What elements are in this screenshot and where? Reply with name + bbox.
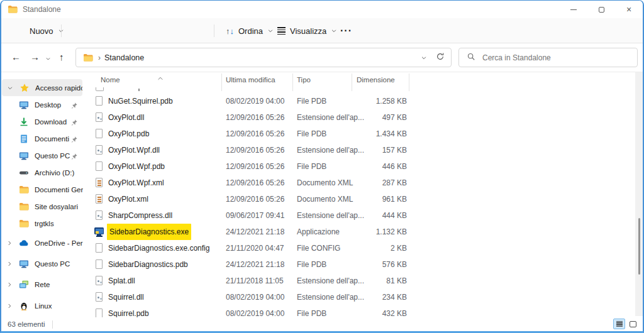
file-row[interactable]: Splat.dll 21/11/2018 11:05 Estensione de…: [83, 273, 635, 289]
sidebar-item-rete[interactable]: Rete: [1, 276, 83, 293]
address-bar[interactable]: › Standalone: [75, 48, 452, 67]
view-button[interactable]: Visualizza: [272, 22, 343, 40]
column-separator[interactable]: [221, 74, 222, 91]
column-header-nome[interactable]: Nome: [101, 76, 120, 84]
refresh-button[interactable]: [436, 52, 445, 63]
back-button[interactable]: ←: [11, 51, 21, 63]
folder-icon: [19, 185, 29, 195]
breadcrumb-segment[interactable]: Standalone: [104, 53, 144, 62]
address-dropdown-button[interactable]: [421, 52, 427, 63]
file-date: 24/12/2021 21:18: [226, 224, 284, 240]
details-view-button[interactable]: [613, 319, 625, 329]
sidebar-item-trgtkls[interactable]: trgtkls: [1, 215, 83, 232]
monitor-icon: [19, 151, 29, 161]
file-name: Squirrel.pdb: [108, 305, 149, 317]
file-date: 12/09/2016 05:26: [226, 126, 284, 142]
pin-icon: [70, 151, 78, 159]
file-row[interactable]: OxyPlot.xml 12/09/2016 05:26 Documento X…: [83, 191, 635, 207]
chevron-right-icon[interactable]: [6, 279, 13, 290]
column-separator[interactable]: [352, 74, 352, 91]
chevron-right-icon[interactable]: [6, 237, 13, 249]
folder-icon: [19, 202, 29, 212]
sidebar-item-questo-pc[interactable]: Questo PC: [1, 255, 83, 272]
file-name: SidebarDiagnostics.pdb: [108, 256, 188, 273]
breadcrumb-chevron-icon[interactable]: ›: [98, 53, 101, 62]
column-header-tipo[interactable]: Tipo: [297, 76, 311, 84]
xml-file-icon: [94, 194, 104, 204]
sidebar-item-documenti[interactable]: Documenti: [1, 130, 83, 147]
maximize-icon: [599, 7, 604, 13]
minimize-icon: [570, 9, 577, 10]
up-button[interactable]: ↑: [59, 51, 64, 63]
search-input[interactable]: [481, 53, 637, 63]
maximize-button[interactable]: [587, 1, 615, 18]
minimize-button[interactable]: [560, 1, 587, 18]
cloud-icon: [19, 238, 29, 248]
sort-button[interactable]: ↑↓ Ordina: [220, 22, 279, 40]
pdb-file-icon: [94, 161, 104, 172]
sidebar-item-label: Questo PC: [35, 260, 83, 268]
sidebar-item-label: OneDrive - Personal: [35, 239, 83, 247]
close-button[interactable]: ×: [615, 1, 643, 18]
column-header-ultima-modifica[interactable]: Ultima modifica: [226, 76, 275, 84]
search-icon: [467, 52, 475, 63]
file-row[interactable]: SidebarDiagnostics.exe.config 21/11/2020…: [83, 240, 635, 256]
file-row[interactable]: OxyPlot.Wpf.dll 12/09/2016 05:26 Estensi…: [83, 142, 635, 158]
file-date: 12/09/2016 05:26: [226, 158, 284, 175]
status-bar: 63 elementi: [1, 317, 643, 331]
file-size: 1.258 KB: [344, 93, 407, 109]
file-row[interactable]: OxyPlot.Wpf.xml 12/09/2016 05:26 Documen…: [83, 175, 635, 191]
file-row[interactable]: OxyPlot.pdb 12/09/2016 05:26 File PDB 1.…: [83, 126, 635, 142]
file-date: 08/02/2019 04:00: [226, 93, 284, 109]
linux-penguin-icon: [19, 301, 29, 311]
large-icons-view-icon: [630, 321, 636, 327]
file-name: SharpCompress.dll: [108, 207, 172, 224]
network-icon: [19, 280, 29, 290]
pin-icon: [70, 117, 78, 125]
large-icons-view-button[interactable]: [627, 319, 639, 329]
file-row-sidebardiagnostics-exe[interactable]: SidebarDiagnostics.exe 24/12/2021 21:18 …: [83, 224, 635, 240]
column-header-dimensione[interactable]: Dimensione: [357, 76, 395, 84]
sidebar-item-label: Site dosyalari: [35, 203, 83, 210]
sidebar-item-desktop[interactable]: Desktop: [1, 96, 83, 113]
column-separator[interactable]: [292, 74, 293, 91]
chevron-down-icon[interactable]: [7, 82, 13, 94]
file-name: OxyPlot.Wpf.pdb: [108, 158, 165, 175]
sidebar-item-download[interactable]: Download: [1, 113, 83, 130]
sidebar-item-questo-pc-pinned[interactable]: Questo PC: [1, 147, 83, 164]
hard-drive-icon: [19, 168, 29, 178]
file-row[interactable]: NuGet.Squirrel.pdb 08/02/2019 04:00 File…: [83, 93, 635, 109]
forward-button[interactable]: →: [30, 51, 40, 63]
sidebar-item-accesso-rapido[interactable]: Accesso rapido: [2, 79, 82, 96]
file-row[interactable]: Squirrel.dll 08/02/2019 04:00 Estensione…: [83, 289, 635, 305]
file-date: 12/09/2016 05:26: [226, 191, 284, 207]
history-dropdown-button[interactable]: [45, 52, 51, 65]
column-separator[interactable]: [409, 74, 409, 91]
file-row[interactable]: OxyPlot.Wpf.pdb 12/09/2016 05:26 File PD…: [83, 158, 635, 175]
vertical-scrollbar[interactable]: [635, 72, 643, 316]
file-row[interactable]: OxyPlot.dll 12/09/2016 05:26 Estensione …: [83, 109, 635, 126]
file-size: 287 KB: [344, 175, 407, 191]
sidebar-item-onedrive[interactable]: OneDrive - Personal: [1, 234, 83, 251]
file-type: Applicazione: [297, 224, 340, 240]
file-name: SidebarDiagnostics.exe.config: [108, 240, 209, 256]
monitor-icon: [19, 259, 29, 269]
document-icon: [19, 134, 29, 144]
chevron-right-icon[interactable]: [6, 258, 13, 270]
sidebar-item-linux[interactable]: Linux: [1, 297, 83, 314]
sidebar-item-archivio-d[interactable]: Archivio (D:): [1, 164, 83, 181]
file-row[interactable]: SidebarDiagnostics.pdb 24/12/2021 21:18 …: [83, 256, 635, 273]
dll-file-icon: [94, 112, 104, 123]
file-row[interactable]: SharpCompress.dll 09/06/2017 09:41 Esten…: [83, 207, 635, 224]
navigation-bar: ← → ↑ › Standalone: [1, 43, 643, 72]
sidebar-item-documenti-generali[interactable]: Documenti Generali: [1, 181, 83, 198]
new-button[interactable]: Nuovo: [24, 22, 70, 40]
scrollbar-thumb[interactable]: [638, 218, 640, 275]
file-row[interactable]: Squirrel.pdb 08/02/2019 04:00 File PDB 4…: [83, 305, 635, 317]
chevron-right-icon[interactable]: [6, 300, 13, 312]
search-box[interactable]: [458, 48, 638, 67]
more-options-button[interactable]: ···: [335, 22, 358, 40]
config-file-icon: [94, 243, 104, 253]
sidebar-item-site-dosyalari[interactable]: Site dosyalari: [1, 198, 83, 215]
file-date: 12/09/2016 05:26: [226, 142, 284, 158]
